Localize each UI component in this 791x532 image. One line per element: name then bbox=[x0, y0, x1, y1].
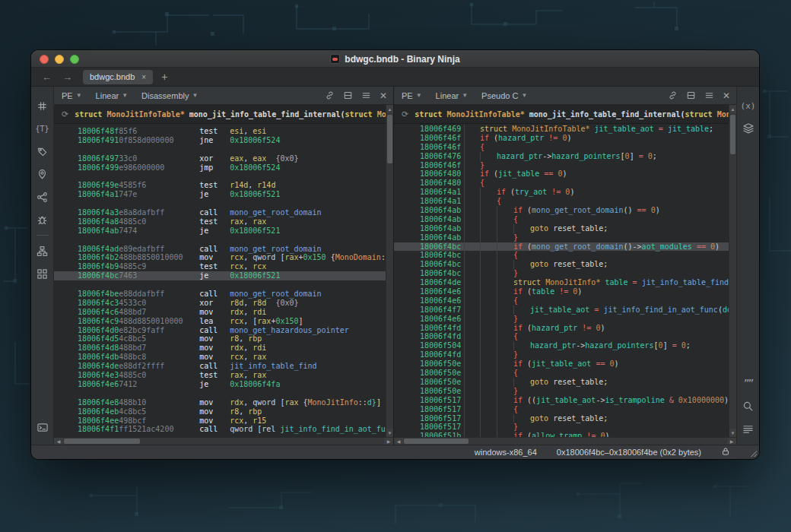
disasm-line[interactable]: 18006f4ee498bcfmovrcx, r15 bbox=[54, 416, 393, 426]
debugger-icon[interactable] bbox=[32, 208, 53, 231]
console-icon[interactable] bbox=[32, 416, 53, 439]
view-type-menu[interactable]: PE▼ bbox=[62, 91, 82, 100]
pseudoc-line[interactable]: 18006f4bcif (mono_get_root_domain()->aot… bbox=[394, 242, 736, 252]
titlebar[interactable]: bdwgc.bndb - Binary Ninja bbox=[31, 50, 759, 68]
disassembly-hscrollbar[interactable]: ◀ ▶ bbox=[54, 437, 393, 445]
disasm-line[interactable]: 18006f4a3e8a8dafbffcallmono_get_root_dom… bbox=[54, 208, 393, 217]
pseudoc-line[interactable]: 18006f4e6{ bbox=[394, 296, 736, 306]
new-tab-button[interactable]: + bbox=[161, 71, 167, 83]
disasm-line[interactable]: 18006f49733c0xoreax, eax {0x0} bbox=[54, 154, 393, 163]
view-type-menu[interactable]: PE▼ bbox=[402, 91, 422, 100]
pseudoc-line[interactable]: 18006f4f7jit_table_aot = jit_info_find_i… bbox=[394, 306, 736, 315]
disasm-line[interactable]: 18006f4c6488bd7movrdx, rdi bbox=[54, 308, 393, 317]
mini-graph-icon[interactable] bbox=[32, 239, 53, 262]
disasm-line[interactable]: 18006f4b94885c9testrcx, rcx bbox=[54, 262, 393, 271]
memory-map-icon[interactable] bbox=[32, 163, 53, 185]
back-arrow-icon[interactable]: ← bbox=[42, 71, 52, 83]
split-view-icon[interactable] bbox=[343, 90, 353, 100]
pseudoc-line[interactable]: 18006f51bif (allow_tramp != 0) bbox=[394, 432, 736, 437]
disasm-line[interactable]: 18006f4e8488b10movrdx, qword [rax {MonoJ… bbox=[54, 398, 393, 407]
pseudoc-line[interactable]: 18006f4destruct MonoJitInfo* table = jit… bbox=[394, 278, 736, 287]
pane-menu-icon[interactable] bbox=[704, 90, 714, 100]
cross-references-icon[interactable] bbox=[32, 185, 53, 208]
pseudoc-line[interactable]: 18006f46f{ bbox=[394, 143, 736, 152]
pseudoc-line[interactable]: 18006f517goto reset_table; bbox=[394, 414, 736, 423]
pseudoc-line[interactable]: 18006f476hazard_ptr->hazard_pointers[0] … bbox=[394, 152, 736, 161]
pseudoc-line[interactable]: 18006f469struct MonoJitInfoTable* jit_ta… bbox=[394, 125, 736, 134]
disasm-line[interactable]: 18006f4e34885c0testrax, rax bbox=[54, 371, 393, 380]
variables-icon[interactable]: (x) bbox=[738, 94, 759, 117]
tags-icon[interactable] bbox=[32, 140, 53, 163]
pseudoc-line[interactable]: 18006f4abif (mono_get_root_domain() == 0… bbox=[394, 206, 736, 215]
pseudoc-line[interactable]: 18006f46fif (hazard_ptr != 0) bbox=[394, 134, 736, 143]
pseudoc-line[interactable]: 18006f4ab{ bbox=[394, 215, 736, 224]
pseudoc-line[interactable]: 18006f4bc{ bbox=[394, 251, 736, 260]
pseudoc-line[interactable]: 18006f480if (jit_table == 0) bbox=[394, 169, 736, 179]
disasm-line[interactable]: 18006f4c34533c0xorr8d, r8d {0x0} bbox=[54, 299, 393, 308]
pane-menu-icon[interactable] bbox=[361, 90, 371, 100]
disasm-line[interactable]: 18006f4910f858d000000jne0x18006f524 bbox=[54, 136, 393, 145]
refresh-icon[interactable]: ⟳ bbox=[62, 109, 68, 119]
resize-grip[interactable] bbox=[749, 449, 757, 457]
disasm-line[interactable]: 18006f4d0e82bc9faffcallmono_get_hazardou… bbox=[54, 326, 393, 335]
disasm-line[interactable]: 18006f4ab7474je0x18006f521 bbox=[54, 226, 393, 236]
disasm-line[interactable]: 18006f499e986000000jmp0x18006f524 bbox=[54, 163, 393, 173]
find-icon[interactable] bbox=[738, 394, 759, 417]
pseudoc-hscrollbar[interactable]: ◀ ▶ bbox=[394, 437, 736, 445]
layout-menu[interactable]: Linear▼ bbox=[96, 91, 129, 100]
pseudoc-line[interactable]: 18006f4abgoto reset_table; bbox=[394, 224, 736, 233]
split-view-icon[interactable] bbox=[686, 90, 696, 100]
pseudoc-line[interactable]: 18006f4ab} bbox=[394, 233, 736, 242]
disasm-line[interactable]: 18006f48f85f6testesi, esi bbox=[54, 127, 393, 136]
disasm-line[interactable]: 18006f4bee88ddafbffcallmono_get_root_dom… bbox=[54, 290, 393, 299]
il-menu[interactable]: Disassembly▼ bbox=[141, 91, 198, 100]
disasm-line[interactable]: 18006f4ade89edafbffcallmono_get_root_dom… bbox=[54, 245, 393, 254]
stack-icon[interactable] bbox=[738, 117, 759, 140]
lock-icon[interactable] bbox=[721, 447, 730, 458]
forward-arrow-icon[interactable]: → bbox=[62, 71, 72, 83]
log-icon[interactable] bbox=[738, 417, 759, 440]
symbols-icon[interactable] bbox=[32, 94, 53, 117]
disasm-line[interactable]: 18006f4f1ff1521ac4200callqword [rel jit_… bbox=[54, 425, 393, 434]
disasm-line[interactable]: 18006f4d8488bd7movrdx, rdi bbox=[54, 344, 393, 353]
pseudoc-line[interactable]: 18006f4e6} bbox=[394, 315, 736, 324]
disassembly-vscrollbar[interactable]: ▲ ▼ bbox=[386, 105, 393, 437]
function-signature-row[interactable]: ⟳struct MonoJitInfoTable* mono_jit_info_… bbox=[54, 105, 393, 124]
pseudoc-line[interactable]: 18006f4fdif (hazard_ptr != 0) bbox=[394, 324, 736, 333]
pseudoc-line[interactable]: 18006f4fd{ bbox=[394, 332, 736, 341]
disasm-line[interactable]: 18006f4dee88df2ffffcalljit_info_table_fi… bbox=[54, 362, 393, 371]
pseudoc-line[interactable]: 18006f50eif (jit_table_aot == 0) bbox=[394, 359, 736, 369]
types-icon[interactable]: {T} bbox=[32, 117, 53, 140]
refresh-icon[interactable]: ⟳ bbox=[402, 109, 408, 119]
pseudoc-line[interactable]: 18006f517} bbox=[394, 423, 736, 432]
disasm-line[interactable]: 18006f4a1747eje0x18006f521 bbox=[54, 190, 393, 199]
pseudoc-line[interactable]: 18006f480{ bbox=[394, 179, 736, 188]
disasm-line[interactable]: 18006f4bc7463je0x18006f521 bbox=[54, 271, 393, 280]
disasm-line[interactable]: 18006f4e67412je0x18006f4fa bbox=[54, 380, 393, 389]
disasm-line[interactable]: 18006f4a84885c0testrax, rax bbox=[54, 217, 393, 226]
pseudoc-line[interactable]: 18006f517if ((jit_table_aot->is_trampoli… bbox=[394, 396, 736, 405]
pseudoc-line[interactable]: 18006f46f} bbox=[394, 161, 736, 170]
disasm-line[interactable]: 18006f4eb4c8bc5movr8, rbp bbox=[54, 407, 393, 416]
function-signature-row[interactable]: ⟳struct MonoJitInfoTable* mono_jit_info_… bbox=[394, 105, 736, 124]
pseudoc-line[interactable]: 18006f517{ bbox=[394, 405, 736, 414]
disasm-line[interactable]: 18006f4b2488b8850010000movrcx, qword [ra… bbox=[54, 253, 393, 262]
pseudoc-line[interactable]: 18006f4e6if (table != 0) bbox=[394, 287, 736, 296]
tab-bdwgc[interactable]: bdwgc.bndb × bbox=[83, 70, 153, 84]
pseudoc-vscrollbar[interactable]: ▲ ▼ bbox=[729, 105, 736, 437]
disasm-line[interactable]: 18006f49e4585f6testr14d, r14d bbox=[54, 181, 393, 190]
il-menu[interactable]: Pseudo C▼ bbox=[481, 91, 527, 100]
pseudoc-line[interactable]: 18006f4bc} bbox=[394, 269, 736, 278]
pseudoc-line[interactable]: 18006f4bcgoto reset_table; bbox=[394, 260, 736, 269]
strings-icon[interactable]: ”” bbox=[738, 372, 759, 394]
pseudoc-line[interactable]: 18006f50egoto reset_table; bbox=[394, 378, 736, 387]
pseudoc-line[interactable]: 18006f504hazard_ptr->hazard_pointers[0] … bbox=[394, 341, 736, 350]
pseudoc-line[interactable]: 18006f4a1{ bbox=[394, 197, 736, 206]
tab-close-icon[interactable]: × bbox=[141, 73, 146, 81]
pseudoc-line[interactable]: 18006f50e} bbox=[394, 387, 736, 396]
pane-close-icon[interactable]: ✕ bbox=[380, 91, 387, 100]
pseudoc-line[interactable]: 18006f4a1if (try_aot != 0) bbox=[394, 188, 736, 197]
disasm-line[interactable]: 18006f4d54c8bc5movr8, rbp bbox=[54, 334, 393, 344]
disasm-line[interactable]: 18006f4db488bc8movrcx, rax bbox=[54, 353, 393, 362]
sync-link-icon[interactable] bbox=[668, 90, 678, 100]
